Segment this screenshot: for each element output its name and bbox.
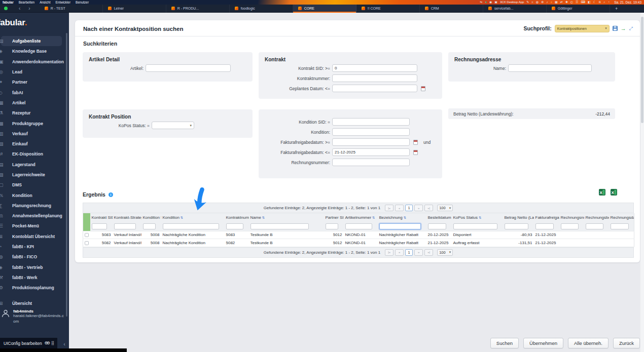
sidebar-item-verkauf[interactable]: ▥Verkauf xyxy=(1,129,62,139)
zurueck-button[interactable]: Zurück xyxy=(613,338,640,348)
column-header-kopos-status[interactable]: KoPos Status⇅ xyxy=(452,213,503,222)
sidebar-item-dms[interactable]: ▢DMS xyxy=(1,180,62,190)
pagination-prev-button[interactable]: « xyxy=(395,205,404,211)
export-excel-all-icon[interactable]: X xyxy=(611,189,617,195)
column-header-kondition-sid[interactable]: Kondition SID xyxy=(141,213,161,222)
scrollbar-thumb[interactable] xyxy=(641,17,643,123)
tab-foodlogic[interactable]: foodlogic xyxy=(230,5,293,13)
column-header-rechnungsbetrag[interactable]: Rechnungsbetrag xyxy=(584,213,609,222)
sidebar-item-produktionsplanung[interactable]: ⚙Produktionsplanung xyxy=(1,283,62,293)
new-tab-button[interactable]: + xyxy=(610,6,623,11)
uiconfig-bar[interactable]: UIConfig bearbeiten ⚙⚙ ⣿ xyxy=(0,338,57,348)
sort-icon[interactable]: ⇅ xyxy=(372,216,375,219)
column-header-kondition[interactable]: Kondition⇅ xyxy=(161,213,225,222)
pagination-prev-button[interactable]: « xyxy=(395,249,404,256)
kontrakt-sid-input[interactable] xyxy=(332,64,417,72)
tab-goettinger[interactable]: Göttinger xyxy=(547,5,610,13)
pagination-next-button[interactable]: » xyxy=(414,249,423,256)
filter-input-rechnungsdatum[interactable] xyxy=(611,223,629,229)
tab-servicefab[interactable]: servicefab... xyxy=(483,5,547,13)
menu-bearbeiten[interactable]: Bearbeiten xyxy=(19,0,34,5)
export-excel-icon[interactable]: X xyxy=(599,189,605,195)
filter-input-kondition-sid[interactable] xyxy=(143,223,156,229)
filter-input-kontrakt-strategie[interactable] xyxy=(114,223,136,229)
sort-icon[interactable]: ⇅ xyxy=(262,216,265,219)
filter-input-kontraktnummer[interactable] xyxy=(226,223,243,229)
sidebar-item-lead[interactable]: ◎Lead xyxy=(1,67,62,77)
filter-input-partner-sid[interactable] xyxy=(326,223,338,229)
name-input[interactable] xyxy=(508,64,592,72)
sidebar-item-ek-disposition[interactable]: ⇄EK-Disposition xyxy=(1,149,62,159)
column-header-kontrakt-sid[interactable]: Kontrakt SID xyxy=(90,213,113,222)
tab-r-produ[interactable]: R - PRODU... xyxy=(166,5,230,13)
filter-input-kontrakt-sid[interactable] xyxy=(92,223,107,229)
sidebar-item-pocket-menue[interactable]: ☰Pocket-Menü xyxy=(1,221,62,231)
filter-input-bezeichnung[interactable] xyxy=(379,223,421,229)
column-header-bestelldatum[interactable]: Bestelldatum⇅ xyxy=(426,213,452,222)
kondition-input[interactable] xyxy=(332,128,410,136)
sidebar-item-aufgabenliste[interactable]: ▤Aufgabenliste xyxy=(1,36,62,46)
sidebar-item-fabbi-werk[interactable]: ⚒fabBI - Werk xyxy=(1,272,62,283)
calendar-icon[interactable] xyxy=(413,150,418,155)
page-scrollbar[interactable] xyxy=(640,13,644,352)
row-checkbox[interactable] xyxy=(85,241,89,245)
kondition-sid-input[interactable] xyxy=(332,118,410,126)
sidebar-item-artikel[interactable]: ▦Artikel xyxy=(1,98,62,108)
column-header-name[interactable]: Name⇅ xyxy=(249,213,324,222)
sort-icon[interactable]: ⇅ xyxy=(404,216,406,219)
filter-input-name[interactable] xyxy=(251,223,309,229)
artikel-input[interactable] xyxy=(146,64,231,72)
filter-input-kondition[interactable] xyxy=(163,223,219,229)
filter-input-betrag-netto-landeswaehrung[interactable] xyxy=(505,223,528,229)
suchprofil-select[interactable]: Kontraktpositionen ▾ xyxy=(555,25,610,32)
alle-ueberneh-button[interactable]: Alle überneh. xyxy=(568,338,609,348)
forward-icon[interactable]: › xyxy=(28,5,30,13)
column-header-rechnungsdatum[interactable]: Rechnungsdatum xyxy=(609,213,634,222)
info-icon[interactable]: i xyxy=(109,192,113,197)
pagination-last-button[interactable]: »| xyxy=(424,205,433,211)
filter-input-rechnungsbetrag[interactable] xyxy=(586,223,603,229)
column-header-kontrakt-strategie[interactable]: Kontrakt-Strategie xyxy=(113,213,141,222)
tab-crm[interactable]: CRM xyxy=(420,5,483,13)
filter-input-fakturafreigabedatum[interactable] xyxy=(535,223,554,229)
sidebar-item-lagerreichweite[interactable]: ▨Lagerreichweite xyxy=(1,170,62,180)
fakturafreigabedatum-von-input[interactable] xyxy=(332,138,410,146)
kontraktnummer-input[interactable] xyxy=(332,74,417,82)
page-size-select[interactable]: 100▾ xyxy=(437,249,453,256)
apply-profile-icon[interactable]: → xyxy=(621,25,626,32)
rechnungsnummer-input[interactable] xyxy=(332,159,410,166)
table-row[interactable]: 5082Verkauf Inland/IG5008Nachträgliche K… xyxy=(83,239,634,247)
pagination-first-button[interactable]: |« xyxy=(385,249,393,256)
sidebar-item-annahmestellenplanung[interactable]: ⚖Annahmestellenplanung xyxy=(1,211,62,221)
pagination-last-button[interactable]: »| xyxy=(424,249,433,256)
collapse-sidebar-icon[interactable]: ‹ xyxy=(63,341,65,347)
kopos-status-select[interactable]: ▾ xyxy=(152,122,194,129)
column-header-fakturafreigabedatum[interactable]: Fakturafreigabedatum xyxy=(534,213,559,222)
sort-icon[interactable]: ⇅ xyxy=(479,216,481,219)
column-header-partner-sid[interactable]: Partner SID xyxy=(324,213,344,222)
filter-input-rechnungsnummer[interactable] xyxy=(561,223,579,229)
sort-icon[interactable]: ⇅ xyxy=(181,216,183,219)
select-all-cell[interactable] xyxy=(83,213,90,231)
calendar-icon[interactable] xyxy=(421,86,425,91)
sidebar-item-uebersicht[interactable]: ⊞Übersicht xyxy=(1,298,62,308)
geplantes-datum-input[interactable] xyxy=(332,85,417,92)
sidebar-item-fabbi-kpi[interactable]: ◔fabBI - KPI xyxy=(1,242,62,252)
sidebar-item-kondition[interactable]: ％Kondition xyxy=(1,190,62,200)
sidebar-item-einkauf[interactable]: ▧Einkauf xyxy=(1,139,62,149)
sidebar-item-kontoblatt-uebersicht[interactable]: ≣Kontoblatt Übersicht xyxy=(1,231,62,242)
tab-r-test[interactable]: R - TEST xyxy=(40,5,103,13)
column-header-artikelnummer[interactable]: Artikelnummer⇅ xyxy=(344,213,378,222)
calendar-icon[interactable] xyxy=(413,140,418,145)
table-row[interactable]: 5083Verkauf Inland/IG5008Nachträgliche K… xyxy=(83,231,634,239)
sidebar-item-fabbi-vertrieb[interactable]: ◈fabBI - Vertrieb xyxy=(1,262,62,272)
diagonal-arrows-icon[interactable]: ⤢ xyxy=(629,26,633,31)
pagination-first-button[interactable]: |« xyxy=(385,205,393,211)
uebernehmen-button[interactable]: Übernehmen xyxy=(523,338,563,348)
sidebar-scrollbar[interactable] xyxy=(66,33,67,317)
row-checkbox[interactable] xyxy=(85,233,89,237)
tab-core[interactable]: !! CORE xyxy=(356,5,420,13)
column-header-betrag-netto-landeswaehrung[interactable]: Betrag Netto (Landeswährung) xyxy=(503,213,534,222)
fakturafreigabedatum-bis-input[interactable] xyxy=(332,148,410,156)
suchen-button[interactable]: Suchen xyxy=(490,338,519,348)
